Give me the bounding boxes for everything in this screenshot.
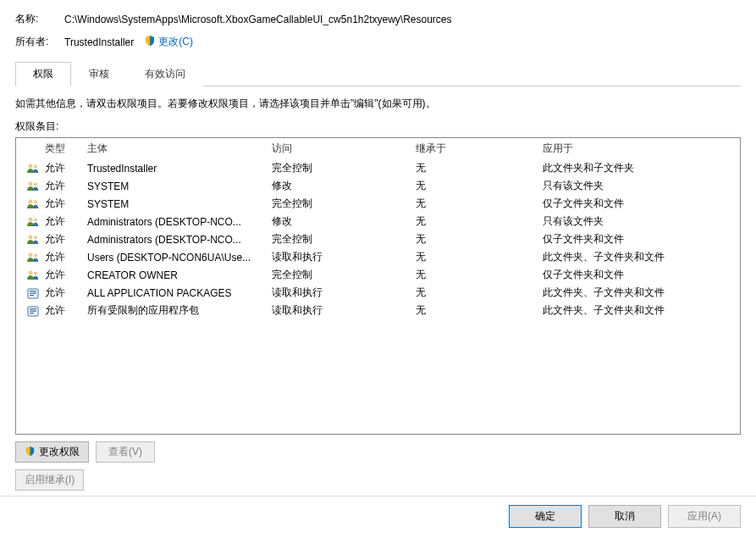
owner-label: 所有者:: [15, 35, 64, 49]
header-access[interactable]: 访问: [272, 141, 416, 156]
permissions-list[interactable]: 类型 主体 访问 继承于 应用于 允许TrustedInstaller完全控制无…: [15, 137, 741, 435]
row-inherited: 无: [416, 303, 543, 318]
svg-rect-19: [30, 308, 36, 309]
name-row: 名称: C:\Windows\SystemApps\Microsoft.Xbox…: [15, 12, 741, 26]
row-icon: [21, 197, 45, 211]
row-inherited: 无: [416, 161, 543, 175]
row-icon: [21, 251, 45, 264]
permission-row[interactable]: 允许SYSTEM修改无只有该文件夹: [16, 177, 740, 195]
row-icon: [21, 269, 45, 282]
permission-row[interactable]: 允许Users (DESKTOP-NCON6UA\Use...读取和执行无此文件…: [16, 248, 740, 266]
row-inherited: 无: [416, 286, 543, 300]
enable-inheritance-button: 启用继承(I): [15, 469, 84, 491]
row-principal: Administrators (DESKTOP-NCO...: [87, 234, 272, 246]
row-inherited: 无: [416, 214, 543, 229]
header-inherited[interactable]: 继承于: [416, 141, 543, 156]
row-principal: 所有受限制的应用程序包: [87, 303, 272, 318]
svg-point-9: [34, 236, 37, 239]
shield-icon: [144, 35, 156, 49]
permission-row[interactable]: 允许Administrators (DESKTOP-NCO...完全控制无仅子文…: [16, 230, 740, 248]
row-principal: SYSTEM: [87, 198, 272, 210]
row-inherited: 无: [416, 179, 543, 193]
name-label: 名称:: [15, 12, 64, 26]
owner-row: 所有者: TrustedInstaller 更改(C): [15, 35, 741, 49]
change-permissions-label: 更改权限: [39, 445, 80, 459]
svg-point-0: [29, 164, 33, 168]
svg-point-6: [29, 217, 33, 221]
permission-row[interactable]: 允许所有受限制的应用程序包读取和执行无此文件夹、子文件夹和文件: [16, 302, 740, 319]
tab-effective-access[interactable]: 有效访问: [127, 62, 203, 86]
row-applies: 此文件夹、子文件夹和文件: [543, 286, 735, 300]
row-type: 允许: [45, 232, 87, 247]
row-icon: [21, 286, 45, 300]
change-owner-link[interactable]: 更改(C): [144, 35, 193, 49]
row-applies: 此文件夹、子文件夹和文件: [543, 303, 735, 318]
permission-row[interactable]: 允许TrustedInstaller完全控制无此文件夹和子文件夹: [16, 159, 740, 177]
row-applies: 此文件夹、子文件夹和文件: [543, 250, 735, 264]
row-applies: 仅子文件夹和文件: [543, 197, 735, 211]
permission-row[interactable]: 允许CREATOR OWNER完全控制无仅子文件夹和文件: [16, 266, 740, 284]
row-access: 完全控制: [272, 268, 416, 282]
ok-button[interactable]: 确定: [509, 505, 582, 528]
svg-point-12: [29, 270, 33, 275]
svg-rect-15: [30, 291, 36, 291]
row-applies: 此文件夹和子文件夹: [543, 161, 735, 175]
apply-button: 应用(A): [668, 505, 741, 528]
svg-rect-16: [30, 292, 36, 293]
row-type: 允许: [45, 214, 87, 229]
row-inherited: 无: [416, 250, 543, 264]
svg-point-1: [34, 164, 37, 168]
row-access: 完全控制: [272, 232, 416, 247]
row-icon: [21, 215, 45, 229]
tab-audit[interactable]: 审核: [71, 62, 127, 86]
svg-point-13: [34, 271, 37, 275]
svg-point-11: [34, 253, 37, 257]
tab-bar: 权限 审核 有效访问: [15, 61, 741, 86]
permission-row[interactable]: 允许ALL APPLICATION PACKAGES读取和执行无此文件夹、子文件…: [16, 284, 740, 302]
info-text: 如需其他信息，请双击权限项目。若要修改权限项目，请选择该项目并单击"编辑"(如果…: [15, 97, 741, 111]
row-access: 读取和执行: [272, 286, 416, 300]
header-type[interactable]: 类型: [45, 141, 87, 156]
row-inherited: 无: [416, 268, 543, 282]
change-permissions-button[interactable]: 更改权限: [15, 441, 89, 463]
inherit-button-row: 启用继承(I): [15, 469, 741, 491]
list-body: 允许TrustedInstaller完全控制无此文件夹和子文件夹允许SYSTEM…: [16, 159, 740, 319]
tab-permissions[interactable]: 权限: [15, 62, 71, 86]
row-type: 允许: [45, 303, 87, 318]
list-header: 类型 主体 访问 继承于 应用于: [16, 138, 740, 159]
svg-rect-17: [30, 295, 34, 296]
row-access: 读取和执行: [272, 303, 416, 318]
row-principal: TrustedInstaller: [87, 163, 272, 175]
row-type: 允许: [45, 286, 87, 300]
row-principal: Administrators (DESKTOP-NCO...: [87, 216, 272, 228]
row-access: 修改: [272, 214, 416, 229]
header-principal[interactable]: 主体: [87, 141, 272, 156]
row-type: 允许: [45, 161, 87, 175]
view-button: 查看(V): [96, 441, 155, 463]
row-icon: [21, 304, 45, 318]
row-applies: 仅子文件夹和文件: [543, 232, 735, 247]
header-applies[interactable]: 应用于: [543, 141, 735, 156]
row-access: 完全控制: [272, 197, 416, 211]
row-principal: CREATOR OWNER: [87, 269, 272, 281]
row-inherited: 无: [416, 197, 543, 211]
shield-icon: [25, 446, 36, 459]
edit-button-row: 更改权限 查看(V): [15, 441, 741, 463]
permission-row[interactable]: 允许SYSTEM完全控制无仅子文件夹和文件: [16, 195, 740, 213]
svg-rect-21: [30, 313, 34, 313]
change-owner-text: 更改(C): [158, 35, 193, 49]
row-principal: Users (DESKTOP-NCON6UA\Use...: [87, 252, 272, 263]
svg-point-3: [34, 182, 37, 186]
row-inherited: 无: [416, 232, 543, 247]
row-access: 读取和执行: [272, 250, 416, 264]
dialog-bottom-bar: 确定 取消 应用(A): [0, 496, 756, 538]
svg-point-5: [34, 200, 37, 203]
row-type: 允许: [45, 179, 87, 193]
cancel-button[interactable]: 取消: [588, 505, 661, 528]
svg-point-7: [34, 218, 37, 221]
permission-row[interactable]: 允许Administrators (DESKTOP-NCO...修改无只有该文件…: [16, 213, 740, 230]
svg-point-8: [29, 235, 33, 239]
row-access: 修改: [272, 179, 416, 193]
security-advanced-dialog: 名称: C:\Windows\SystemApps\Microsoft.Xbox…: [0, 0, 756, 538]
svg-point-4: [29, 199, 33, 203]
